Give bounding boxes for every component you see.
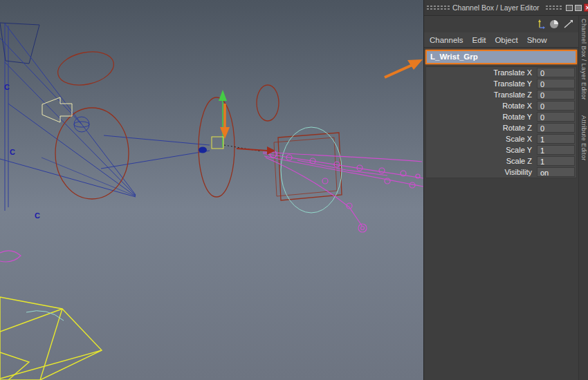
panel-titlebar[interactable]: Channel Box / Layer Editor ✕ <box>424 0 588 16</box>
channel-row: Translate X 0 <box>426 67 576 78</box>
curve-label-c2: C <box>10 148 15 156</box>
yellow-control-curves[interactable] <box>0 97 102 380</box>
drag-grip-icon[interactable] <box>426 5 450 10</box>
channel-name[interactable]: Visibility <box>426 168 537 176</box>
menu-show[interactable]: Show <box>527 36 547 44</box>
channelbox-empty-area <box>424 178 578 380</box>
channel-name[interactable]: Translate Z <box>426 91 537 99</box>
skeleton-hand-joints[interactable] <box>263 151 423 232</box>
close-icon[interactable]: ✕ <box>584 3 588 12</box>
channelbox-toolbar <box>424 16 578 32</box>
blue-wireframe-curves[interactable] <box>0 23 210 211</box>
annotation-arrow-to-panel <box>385 59 423 77</box>
channel-box-panel: Channel Box / Layer Editor ✕ <box>423 0 588 380</box>
channel-row: Visibility on <box>426 167 576 178</box>
menu-edit[interactable]: Edit <box>472 36 486 44</box>
viewport-canvas[interactable]: C C C <box>0 0 423 380</box>
manip-x-axis[interactable] <box>237 149 267 151</box>
channel-row: Rotate Z 0 <box>426 122 576 133</box>
channel-row: Scale Z 1 <box>426 155 576 167</box>
channel-value-field[interactable]: on <box>537 167 575 177</box>
channel-row: Translate Z 0 <box>426 89 576 100</box>
menu-object[interactable]: Object <box>495 36 517 44</box>
panel-title: Channel Box / Layer Editor <box>452 3 540 12</box>
channel-name[interactable]: Translate Y <box>426 79 537 88</box>
channel-row: Rotate X 0 <box>426 100 576 111</box>
magenta-curve-small[interactable] <box>0 251 21 262</box>
object-name-field[interactable]: L_Wrist_Grp <box>425 50 577 64</box>
channel-name[interactable]: Scale X <box>426 135 537 143</box>
channel-name[interactable]: Rotate Z <box>426 124 537 132</box>
channel-name[interactable]: Translate X <box>426 68 537 77</box>
channel-row: Translate Y 0 <box>426 78 576 89</box>
channel-value-field[interactable]: 1 <box>537 156 575 166</box>
viewport-panel[interactable]: C C C <box>0 0 423 380</box>
channel-row: Scale X 1 <box>426 133 576 144</box>
channel-name[interactable]: Rotate Y <box>426 113 537 121</box>
channel-name[interactable]: Scale Z <box>426 157 537 165</box>
channel-value-field[interactable]: 0 <box>537 68 575 77</box>
curve-label-c1: C <box>4 83 10 91</box>
undock-icon[interactable] <box>566 5 573 11</box>
side-tab-strip: Channel Box / Layer Editor Attribute Edi… <box>578 16 588 380</box>
channel-row: Scale Y 1 <box>426 144 576 155</box>
tab-channel-box[interactable]: Channel Box / Layer Editor <box>580 19 587 100</box>
channel-value-field[interactable]: 0 <box>537 112 575 122</box>
manip-y-arrowhead[interactable] <box>219 90 227 101</box>
channel-list: Translate X 0 Translate Y 0 Translate Z … <box>425 66 577 178</box>
channel-value-field[interactable]: 1 <box>537 145 575 155</box>
channel-name[interactable]: Rotate X <box>426 102 537 110</box>
curve-labels: C C C <box>4 83 40 220</box>
manip-z-handle[interactable] <box>199 147 207 153</box>
tab-attribute-editor[interactable]: Attribute Editor <box>580 115 587 161</box>
restore-icon[interactable] <box>575 5 582 11</box>
channel-value-field[interactable]: 0 <box>537 79 575 88</box>
channel-row: Rotate Y 0 <box>426 111 576 122</box>
channel-value-field[interactable]: 0 <box>537 90 575 99</box>
curve-label-c3: C <box>35 211 40 220</box>
channel-value-field[interactable]: 0 <box>537 101 575 111</box>
drag-grip-icon-right[interactable] <box>545 5 563 10</box>
channel-name[interactable]: Scale Y <box>426 146 537 154</box>
red-control-curves[interactable] <box>55 47 342 200</box>
channelbox-menubar: Channels Edit Object Show <box>424 32 578 48</box>
manipulator-icon[interactable] <box>534 19 545 30</box>
selection-box[interactable] <box>212 137 223 149</box>
menu-channels[interactable]: Channels <box>430 36 463 44</box>
speed-dial-icon[interactable] <box>549 19 560 30</box>
maya-window: C C C Channel Box / Layer Editor ✕ <box>0 0 588 380</box>
move-manipulator[interactable] <box>199 90 275 155</box>
channel-value-field[interactable]: 0 <box>537 123 575 133</box>
channel-value-field[interactable]: 1 <box>537 134 575 144</box>
slider-mode-icon[interactable] <box>563 19 574 30</box>
